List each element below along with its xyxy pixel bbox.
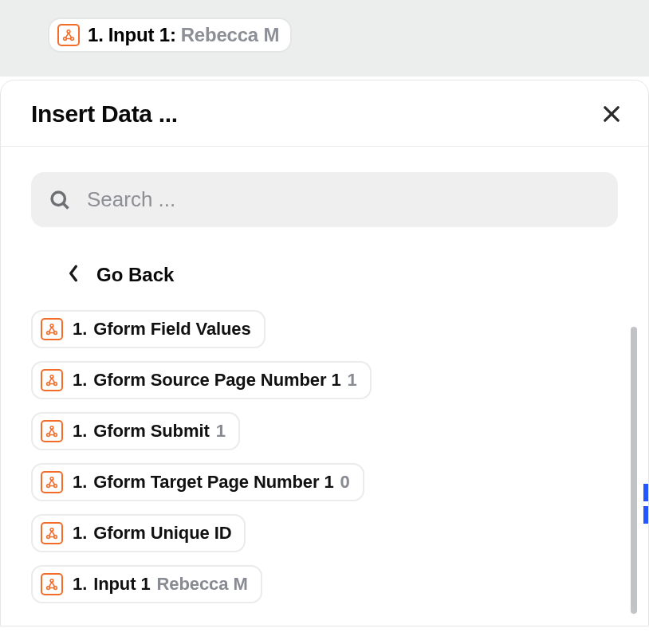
webhook-icon (41, 522, 63, 544)
field-value: Rebecca M (157, 574, 248, 595)
field-item[interactable]: 1.Gform Field Values (31, 310, 266, 348)
field-name: Gform Field Values (93, 319, 250, 340)
scrollbar[interactable] (631, 327, 637, 614)
panel-header: Insert Data ... (1, 80, 648, 147)
field-prefix: 1. (73, 472, 87, 493)
panel-body: Go Back 1.Gform Field Values1.Gform Sour… (1, 147, 648, 626)
webhook-icon (41, 420, 63, 442)
field-prefix: 1. (73, 421, 87, 442)
field-value: 0 (340, 472, 350, 493)
webhook-icon (57, 24, 80, 46)
field-list: 1.Gform Field Values1.Gform Source Page … (31, 310, 618, 610)
field-name: Gform Source Page Number 1 (93, 370, 340, 391)
selected-pill[interactable]: 1. Input 1: Rebecca M (48, 18, 292, 53)
field-prefix: 1. (73, 574, 87, 595)
pill-label: Input 1: (108, 24, 176, 46)
selected-pill-text: 1. Input 1: Rebecca M (88, 24, 279, 46)
field-label: 1.Gform Target Page Number 10 (73, 472, 350, 493)
field-item[interactable]: 1.Gform Unique ID (31, 514, 246, 552)
search-wrap[interactable] (31, 172, 618, 227)
search-icon (49, 188, 71, 212)
webhook-icon (41, 573, 63, 595)
field-label: 1.Gform Submit1 (73, 421, 226, 442)
field-item[interactable]: 1.Gform Source Page Number 11 (31, 361, 372, 399)
pill-value: Rebecca M (181, 24, 280, 46)
field-prefix: 1. (73, 523, 87, 544)
field-prefix: 1. (73, 319, 87, 340)
field-name: Gform Unique ID (93, 523, 231, 544)
field-name: Gform Submit (93, 421, 209, 442)
svg-line-6 (63, 203, 68, 208)
go-back-button[interactable]: Go Back (68, 262, 174, 288)
field-label: 1.Gform Unique ID (73, 523, 231, 544)
pill-prefix: 1. (88, 24, 104, 46)
go-back-label: Go Back (96, 264, 174, 286)
field-name: Input 1 (93, 574, 150, 595)
search-input[interactable] (85, 187, 600, 213)
field-item[interactable]: 1.Gform Target Page Number 10 (31, 463, 364, 501)
field-value: 1 (348, 370, 357, 391)
highlight-marker (643, 484, 648, 501)
webhook-icon (41, 318, 63, 340)
field-item[interactable]: 1.Gform Submit1 (31, 412, 240, 450)
field-label: 1.Gform Source Page Number 11 (73, 370, 357, 391)
svg-point-5 (52, 192, 65, 205)
close-button[interactable] (597, 100, 626, 128)
webhook-icon (41, 369, 63, 391)
insert-data-panel: Insert Data ... Go Back 1.Gform Field Va… (0, 80, 649, 626)
field-label: 1.Gform Field Values (73, 319, 251, 340)
webhook-icon (41, 471, 63, 493)
top-bar: 1. Input 1: Rebecca M (0, 0, 649, 77)
field-label: 1.Input 1Rebecca M (73, 574, 248, 595)
panel-title: Insert Data ... (31, 100, 178, 128)
close-icon (600, 103, 623, 125)
field-prefix: 1. (73, 370, 87, 391)
field-name: Gform Target Page Number 1 (93, 472, 333, 493)
field-item[interactable]: 1.Input 1Rebecca M (31, 565, 262, 603)
highlight-marker (643, 506, 648, 524)
chevron-left-icon (68, 262, 79, 288)
field-value: 1 (216, 421, 226, 442)
